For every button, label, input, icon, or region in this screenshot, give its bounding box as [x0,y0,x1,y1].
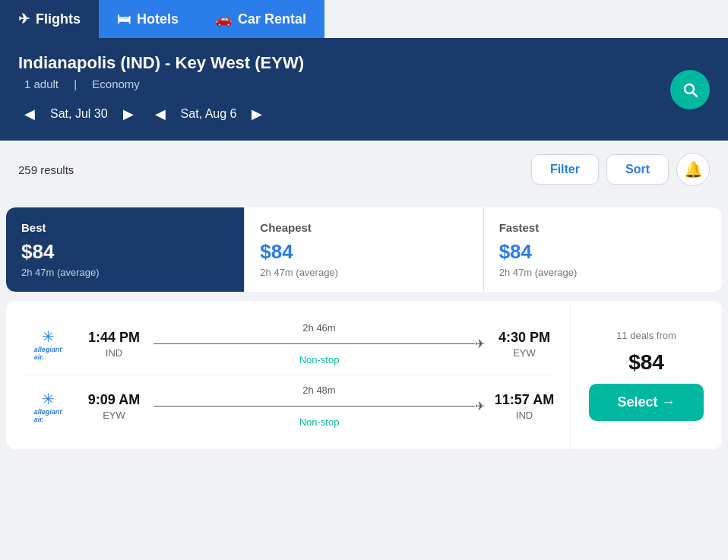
best-label: Best [21,221,229,234]
depart-info-1: 9:09 AM EYW [84,392,144,421]
flight-path-1: 2h 48m ✈ Non-stop [154,384,485,428]
arrive-time-0: 4:30 PM [494,330,555,346]
flight-card: ✳ allegiantair. 1:44 PM IND 2h 46m ✈ Non… [6,301,722,449]
results-bar: 259 results Filter Sort 🔔 [0,141,728,198]
category-best[interactable]: Best $84 2h 47m (average) [6,207,244,292]
allegiant-text-0: allegiantair. [34,346,62,361]
return-prev-button[interactable]: ◀ [149,103,172,125]
plane-icon-0: ✈ [475,337,485,351]
nonstop-1: Non-stop [299,416,340,428]
price-display: $84 [628,350,664,375]
flights-icon: ✈ [18,11,30,27]
category-cheapest[interactable]: Cheapest $84 2h 47m (average) [245,207,483,292]
cheapest-avg: 2h 47m (average) [260,267,467,278]
arrive-info-1: 11:57 AM IND [494,392,555,421]
notification-button[interactable]: 🔔 [676,153,710,186]
depart-time-1: 9:09 AM [84,392,144,408]
tab-hotels[interactable]: 🛏 Hotels [99,0,197,38]
nav-tabs: ✈ Flights 🛏 Hotels 🚗 Car Rental [0,0,728,38]
arrive-time-1: 11:57 AM [494,392,555,408]
airline-logo-0: ✳ allegiantair. [21,327,74,361]
arrive-airport-0: EYW [494,347,555,359]
filter-button[interactable]: Filter [531,154,599,185]
allegiant-sun-1: ✳ [42,390,55,408]
path-line-1: ✈ [154,399,485,413]
depart-date-label: Sat, Jul 30 [50,107,108,121]
fastest-label: Fastest [499,221,707,234]
depart-info-0: 1:44 PM IND [84,330,144,359]
best-price: $84 [21,240,229,264]
depart-airport-0: IND [84,347,144,359]
flight-segments: ✳ allegiantair. 1:44 PM IND 2h 46m ✈ Non… [6,301,570,449]
cheapest-price: $84 [260,240,467,264]
arrive-airport-1: IND [494,410,555,421]
flight-path-0: 2h 46m ✈ Non-stop [154,322,485,365]
allegiant-text-1: allegiantair. [34,408,62,423]
route-title: Indianapolis (IND) - Key West (EYW) [18,53,710,73]
search-icon [681,81,699,99]
search-header: Indianapolis (IND) - Key West (EYW) 1 ad… [0,38,728,141]
depart-prev-button[interactable]: ◀ [18,103,41,125]
tab-car-rental[interactable]: 🚗 Car Rental [197,0,324,38]
deals-text: 11 deals from [616,330,676,341]
return-date-label: Sat, Aug 6 [181,107,237,121]
fastest-price: $84 [499,240,707,264]
results-count: 259 results [18,163,74,176]
top-section: Best $84 2h 47m (average) Cheapest $84 2… [0,198,728,449]
line-left-1 [154,406,475,407]
cabin-label: Economy [92,78,140,90]
tab-car-rental-label: Car Rental [238,11,306,27]
car-icon: 🚗 [215,11,232,27]
category-fastest[interactable]: Fastest $84 2h 47m (average) [484,207,722,292]
cheapest-label: Cheapest [260,221,467,234]
best-avg: 2h 47m (average) [21,267,229,278]
depart-airport-1: EYW [84,410,144,421]
passengers-label: 1 adult [24,78,59,90]
sort-button[interactable]: Sort [606,154,669,185]
filter-sort-group: Filter Sort 🔔 [531,153,710,186]
flight-segment-1: ✳ allegiantair. 9:09 AM EYW 2h 48m ✈ Non… [21,375,555,437]
bell-icon: 🔔 [684,160,703,179]
depart-next-button[interactable]: ▶ [117,103,140,125]
line-left-0 [154,343,475,345]
arrive-info-0: 4:30 PM EYW [494,330,555,359]
plane-icon-1: ✈ [475,399,485,413]
trip-info-divider: | [74,78,77,90]
flight-results: ✳ allegiantair. 1:44 PM IND 2h 46m ✈ Non… [6,301,722,449]
trip-info: 1 adult | Economy [18,78,710,90]
tab-flights-label: Flights [36,11,81,27]
airline-logo-1: ✳ allegiantair. [21,390,74,423]
duration-0: 2h 46m [302,322,335,334]
category-cards: Best $84 2h 47m (average) Cheapest $84 2… [6,207,722,292]
hotels-icon: 🛏 [117,11,131,27]
date-row: ◀ Sat, Jul 30 ▶ ◀ Sat, Aug 6 ▶ [18,103,710,125]
search-button[interactable] [670,70,710,109]
return-next-button[interactable]: ▶ [245,103,268,125]
path-line-0: ✈ [154,337,485,351]
fastest-avg: 2h 47m (average) [499,267,707,278]
allegiant-sun-0: ✳ [42,327,55,346]
tab-hotels-label: Hotels [137,11,179,27]
flight-segment-0: ✳ allegiantair. 1:44 PM IND 2h 46m ✈ Non… [21,313,555,375]
duration-1: 2h 48m [302,384,335,396]
depart-time-0: 1:44 PM [84,330,144,346]
tab-flights[interactable]: ✈ Flights [0,0,99,38]
nonstop-0: Non-stop [299,354,340,365]
price-panel: 11 deals from $84 Select → [570,301,722,449]
select-button[interactable]: Select → [589,384,704,421]
